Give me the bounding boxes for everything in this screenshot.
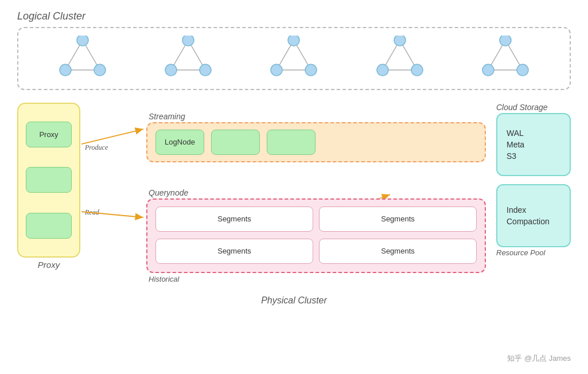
lognode-box: LogNode [155,130,204,155]
node-group-4 [368,36,431,81]
querynode-outer: Querynode Segments Segments Segments Seg… [146,188,486,283]
main-container: Logical Cluster [0,0,588,374]
svg-point-29 [517,64,528,76]
index-text: Index [507,205,526,215]
segments-box-3: Segments [155,239,313,264]
svg-line-32 [81,129,143,144]
segments-box-1: Segments [155,207,313,232]
proxy-box-3 [26,213,72,239]
svg-point-22 [377,64,388,76]
svg-text:Produce: Produce [84,143,108,151]
node-group-1 [51,36,114,81]
svg-point-9 [182,36,194,46]
svg-line-34 [81,212,143,217]
s3-text: S3 [507,151,516,161]
node-group-3 [262,36,325,81]
svg-point-11 [200,64,211,76]
cloud-box-2: Index Compaction [496,184,571,247]
svg-point-15 [288,36,299,46]
streaming-outer: Streaming LogNode [146,112,486,162]
svg-point-28 [482,64,494,76]
streaming-box: LogNode [146,122,486,162]
svg-point-10 [165,64,177,76]
cloud-box-1: WAL Meta S3 [496,113,571,176]
meta-text: Meta [507,140,524,149]
svg-point-17 [305,64,317,76]
svg-point-3 [77,36,88,46]
middle-boxes: Streaming LogNode Querynode Segments [146,103,486,292]
compaction-text: Compaction [507,217,550,226]
proxy-box-2 [26,167,72,193]
svg-point-4 [60,64,71,76]
node-group-2 [157,36,220,81]
cloud-storage-label: Cloud Storage [496,103,571,112]
streaming-label: Streaming [149,112,486,121]
proxy-box-1: Proxy [26,122,72,147]
logical-cluster-box [17,27,571,90]
logical-cluster-label: Logical Cluster [17,10,571,22]
svg-point-27 [500,36,511,46]
svg-point-23 [411,64,423,76]
streaming-box-3 [267,130,316,155]
svg-point-5 [94,64,106,76]
historical-label: Historical [149,275,486,283]
cloud-section: Cloud Storage WAL Meta S3 Index Compacti… [496,103,571,292]
segments-box-2: Segments [319,207,477,232]
node-group-5 [474,36,537,81]
streaming-box-2 [211,130,260,155]
proxy-outer: Proxy Proxy [17,103,80,292]
proxy-bottom-label: Proxy [38,260,60,270]
physical-cluster-label: Physical Cluster [17,295,571,306]
watermark: 知乎 @几点 James [507,353,571,364]
svg-point-21 [394,36,406,46]
segments-box-4: Segments [319,239,477,264]
proxy-box: Proxy [17,103,80,258]
physical-section: Proxy Proxy Produce Rea [17,103,571,292]
svg-point-16 [271,64,282,76]
resource-pool-label: Resource Pool [496,248,571,257]
wal-text: WAL [507,128,524,138]
querynode-box: Segments Segments Segments Segments [146,198,486,273]
querynode-label: Querynode [149,188,486,197]
svg-text:Read: Read [84,208,100,216]
